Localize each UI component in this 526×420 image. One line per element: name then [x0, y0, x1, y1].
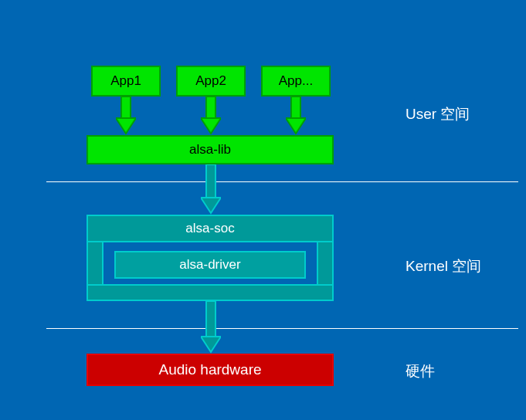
alsa-driver-box: alsa-driver — [114, 251, 306, 279]
divider-kernel-hw — [46, 328, 518, 329]
svg-rect-0 — [121, 97, 131, 120]
arrow-lib-to-soc — [201, 164, 221, 215]
arrow-app1-to-lib — [116, 97, 136, 135]
svg-rect-2 — [206, 97, 215, 120]
arrow-app3-to-lib — [286, 97, 306, 135]
alsa-soc-box: alsa-soc — [87, 215, 334, 242]
svg-rect-8 — [206, 301, 215, 338]
app1-box: App1 — [91, 66, 161, 97]
app2-box: App2 — [176, 66, 246, 97]
svg-marker-9 — [201, 337, 221, 352]
user-space-label: User 空间 — [406, 104, 470, 124]
svg-marker-5 — [286, 118, 306, 134]
svg-marker-1 — [116, 118, 136, 134]
hardware-label: 硬件 — [406, 361, 435, 381]
app3-box: App... — [261, 66, 331, 97]
divider-user-kernel — [46, 181, 518, 182]
audio-hardware-box: Audio hardware — [87, 354, 334, 386]
arrow-driver-to-hw — [201, 301, 221, 354]
svg-marker-3 — [201, 118, 221, 134]
svg-marker-7 — [201, 198, 221, 213]
svg-rect-6 — [206, 164, 215, 199]
kernel-space-label: Kernel 空间 — [406, 256, 481, 276]
alsa-lib-box: alsa-lib — [87, 135, 334, 164]
svg-rect-4 — [291, 97, 300, 120]
arrow-app2-to-lib — [201, 97, 221, 135]
